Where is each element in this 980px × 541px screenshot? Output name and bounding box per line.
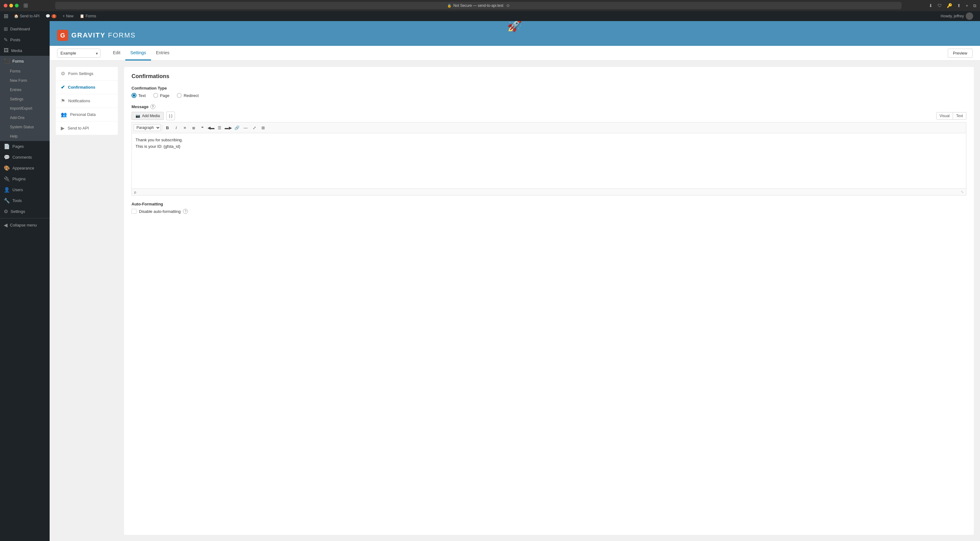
sub-nav-personal-data[interactable]: 👥 Personal Data <box>56 108 118 121</box>
sidebar-item-media[interactable]: 🖼 Media <box>0 45 49 56</box>
address-bar[interactable]: 🔒 Not Secure — send-to-api.test ⊙ <box>55 2 902 9</box>
sidebar-sub-help[interactable]: Help <box>0 132 49 141</box>
wp-admin-bar: ⊞ 🏠 Send to API 💬 0 + New 📋 Forms Howdy,… <box>0 11 980 21</box>
blockquote-button[interactable]: ❝ <box>198 124 206 132</box>
wp-logo-icon[interactable]: ⊞ <box>4 13 8 19</box>
disable-auto-format-checkbox[interactable] <box>132 209 137 214</box>
gf-logo-text: GRAVITY FORMS <box>71 31 136 40</box>
sidebar-item-settings[interactable]: ⚙ Settings <box>0 206 49 217</box>
message-text: Message <box>132 105 148 109</box>
notifications-icon: ⚑ <box>61 98 65 104</box>
radio-text[interactable]: Text <box>132 93 146 98</box>
sidebar-divider <box>0 218 49 219</box>
fullscreen-button[interactable]: ⤢ <box>250 124 258 132</box>
sidebar-sub-entries[interactable]: Entries <box>0 85 49 95</box>
tabs-icon[interactable]: ⧉ <box>973 3 976 8</box>
tab-settings-label: Settings <box>130 50 146 55</box>
sidebar-sub-system-status[interactable]: System Status <box>0 122 49 132</box>
back-button[interactable]: ‹ <box>24 3 28 8</box>
add-media-button[interactable]: 📷 Add Media <box>132 112 164 120</box>
sidebar-sub-forms-heading[interactable]: Forms <box>0 67 49 76</box>
minimize-button[interactable] <box>9 4 13 8</box>
editor-footer: p ⤡ <box>132 189 966 195</box>
editor-toolbar: Paragraph B I ≡ ≣ ❝ ◀▬ ☰ ▬▶ 🔗 — ⤢ <box>132 122 966 133</box>
admin-bar-user: Howdy, jeffrey <box>937 13 976 20</box>
sub-nav-form-settings[interactable]: ⚙ Form Settings <box>56 67 118 81</box>
editor-body[interactable]: Thank you for subscribing. This is your … <box>132 133 966 189</box>
sub-nav-form-settings-label: Form Settings <box>68 71 93 76</box>
gf-logo-forms: FORMS <box>108 31 135 39</box>
sidebar-label-tools: Tools <box>13 198 22 203</box>
ordered-list-button[interactable]: ≣ <box>189 124 197 132</box>
sub-nav-notifications[interactable]: ⚑ Notifications <box>56 94 118 108</box>
add-tab-icon[interactable]: + <box>966 3 968 8</box>
tab-edit[interactable]: Edit <box>108 46 125 60</box>
sidebar-sub-new-form[interactable]: New Form <box>0 76 49 85</box>
sidebar-item-tools[interactable]: 🔧 Tools <box>0 195 49 206</box>
admin-bar-forms[interactable]: 📋 Forms <box>76 11 99 21</box>
sidebar-collapse[interactable]: ◀ Collapse menu <box>0 220 49 230</box>
sidebar-item-appearance[interactable]: 🎨 Appearance <box>0 163 49 173</box>
sub-nav-confirmations[interactable]: ✔ Confirmations <box>56 81 118 94</box>
sub-nav-send-to-api[interactable]: ▶ Send to API <box>56 121 118 135</box>
sidebar-sub-import-export[interactable]: Import/Export <box>0 104 49 113</box>
tab-settings[interactable]: Settings <box>125 46 151 60</box>
visual-button[interactable]: Visual <box>936 112 953 120</box>
align-center-button[interactable]: ☰ <box>216 124 224 132</box>
radio-redirect[interactable]: Redirect <box>177 93 199 98</box>
paragraph-select[interactable]: Paragraph <box>134 124 161 131</box>
admin-bar-comments[interactable]: 💬 0 <box>43 11 60 21</box>
align-left-button[interactable]: ◀▬ <box>207 124 215 132</box>
auto-formatting-label: Auto-Formatting <box>132 202 966 206</box>
sidebar-item-users[interactable]: 👤 Users <box>0 184 49 195</box>
forms-label: Forms <box>86 14 96 18</box>
sub-label-entries: Entries <box>10 88 21 92</box>
auto-format-help-icon[interactable]: ? <box>183 209 188 214</box>
italic-button[interactable]: I <box>172 124 180 132</box>
align-right-button[interactable]: ▬▶ <box>224 124 232 132</box>
sidebar-item-pages[interactable]: 📄 Pages <box>0 141 49 152</box>
preview-button[interactable]: Preview <box>948 49 972 58</box>
tab-entries-label: Entries <box>156 50 170 55</box>
sidebar-item-dashboard[interactable]: ⊞ Dashboard <box>0 24 49 34</box>
share-icon[interactable]: ⬆ <box>957 3 961 8</box>
hr-button[interactable]: — <box>242 124 250 132</box>
sidebar-item-comments[interactable]: 💬 Comments <box>0 152 49 163</box>
traffic-lights <box>4 4 19 8</box>
resize-handle[interactable]: ⤡ <box>961 190 964 194</box>
rocket-decoration: 🚀 <box>507 21 523 33</box>
text-button[interactable]: Text <box>953 112 966 120</box>
tab-entries[interactable]: Entries <box>151 46 175 60</box>
radio-text-circle[interactable] <box>132 93 137 98</box>
password-icon[interactable]: 🔑 <box>947 3 952 8</box>
admin-bar-new[interactable]: + New <box>60 11 76 21</box>
merge-tag-button[interactable]: {·} <box>166 111 175 120</box>
link-button[interactable]: 🔗 <box>233 124 241 132</box>
radio-page-circle[interactable] <box>153 93 158 98</box>
sub-label-help: Help <box>10 134 18 138</box>
sidebar-sub-settings[interactable]: Settings <box>0 95 49 104</box>
sub-label-new-form: New Form <box>10 78 27 83</box>
window-nav: ‹ <box>24 3 28 8</box>
radio-redirect-label: Redirect <box>184 93 199 98</box>
shield-icon[interactable]: 🛡 <box>937 3 942 8</box>
disable-auto-format[interactable]: Disable auto-formatting ? <box>132 209 966 214</box>
bold-button[interactable]: B <box>164 124 172 132</box>
grid-button[interactable]: ⊞ <box>259 124 267 132</box>
comment-icon: 💬 <box>46 14 50 18</box>
unordered-list-button[interactable]: ≡ <box>181 124 189 132</box>
radio-page[interactable]: Page <box>153 93 169 98</box>
radio-redirect-circle[interactable] <box>177 93 182 98</box>
editor-line-1: Thank you for subscribing. <box>135 137 963 143</box>
message-help-icon[interactable]: ? <box>150 104 155 109</box>
download-icon[interactable]: ⬇ <box>929 3 932 8</box>
close-button[interactable] <box>4 4 8 8</box>
sidebar-item-forms[interactable]: ⬛ Forms <box>0 56 49 67</box>
sidebar-item-plugins[interactable]: 🔌 Plugins <box>0 173 49 184</box>
sidebar-item-posts[interactable]: ✎ Posts <box>0 34 49 45</box>
sidebar-sub-add-ons[interactable]: Add-Ons <box>0 113 49 122</box>
admin-bar-site[interactable]: 🏠 Send to API <box>11 11 43 21</box>
form-selector[interactable]: Example <box>57 49 100 58</box>
fullscreen-button[interactable] <box>15 4 19 8</box>
add-media-label: Add Media <box>142 114 160 118</box>
